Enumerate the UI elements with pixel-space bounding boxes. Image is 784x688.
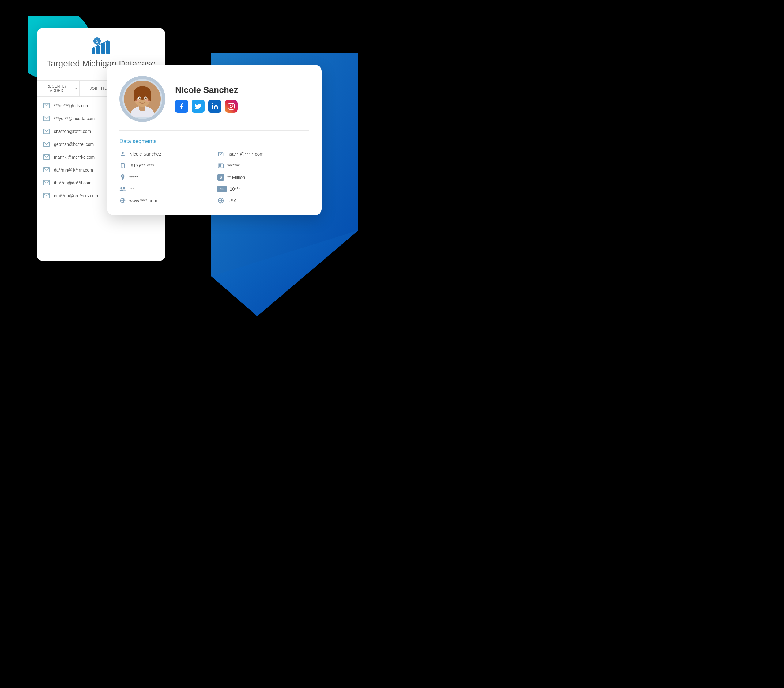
profile-name: Nicole Sanchez [175, 85, 309, 95]
instagram-icon[interactable] [225, 100, 238, 113]
avatar-photo [124, 81, 161, 117]
email-icon [43, 193, 50, 198]
avatar-inner [122, 79, 162, 119]
data-segments-grid: Nicole Sanchez nsa***@*****.com (917)***… [119, 151, 309, 204]
globe-icon [119, 197, 126, 204]
filter-tab-recently-added[interactable]: RECENTLY ADDED ▾ [37, 81, 80, 96]
svg-text:$: $ [96, 39, 98, 43]
email-icon [217, 151, 224, 157]
data-item-revenue: $ ** Million [217, 174, 309, 181]
svg-rect-5 [101, 43, 105, 54]
svg-rect-3 [92, 48, 95, 54]
avatar-container [119, 76, 165, 122]
id-icon [217, 162, 224, 169]
svg-rect-4 [97, 46, 100, 54]
data-item-zip: ZIP 10*** [217, 186, 309, 192]
data-item-phone: (917)***-**** [119, 162, 211, 169]
profile-header: Nicole Sanchez [119, 76, 309, 131]
person-icon [119, 151, 126, 157]
email-icon [43, 103, 50, 109]
svg-point-28 [145, 99, 150, 102]
data-item-id: ******* [217, 162, 309, 169]
profile-info: Nicole Sanchez [175, 85, 309, 113]
data-item-country: USA [217, 197, 309, 204]
analytics-logo-icon: $ [91, 37, 112, 55]
svg-point-40 [123, 187, 125, 189]
group-icon [119, 186, 126, 192]
profile-card: Nicole Sanchez [107, 65, 321, 215]
email-icon [43, 142, 50, 147]
data-segments-title: Data segments [119, 138, 309, 145]
data-item-location: ***** [119, 174, 211, 181]
phone-icon [119, 162, 126, 169]
zip-icon: ZIP [217, 186, 227, 192]
data-item-website: www.****.com [119, 197, 211, 204]
email-icon [43, 129, 50, 134]
email-icon [43, 154, 50, 160]
linkedin-icon[interactable] [208, 100, 221, 113]
svg-rect-31 [228, 103, 234, 109]
twitter-icon[interactable] [192, 100, 204, 113]
facebook-icon[interactable] [175, 100, 188, 113]
svg-point-38 [219, 164, 221, 166]
svg-point-25 [139, 97, 140, 99]
svg-point-39 [120, 187, 122, 189]
dollar-icon: $ [217, 174, 224, 181]
svg-point-30 [212, 103, 213, 104]
email-icon [43, 116, 50, 121]
main-scene: $ Targeted Michigan Database RECENTLY AD… [28, 16, 364, 328]
location-icon [119, 174, 126, 181]
svg-point-22 [135, 89, 150, 95]
logo-container: $ [91, 37, 112, 55]
svg-rect-29 [212, 106, 213, 109]
svg-rect-6 [106, 41, 110, 54]
svg-point-26 [145, 97, 147, 99]
chevron-icon: ▾ [75, 87, 77, 90]
social-icons-bar [175, 100, 309, 113]
data-item-email: nsa***@*****.com [217, 151, 309, 157]
data-item-name: Nicole Sanchez [119, 151, 211, 157]
email-icon [43, 167, 50, 173]
data-item-employees: *** [119, 186, 211, 192]
svg-point-33 [122, 152, 124, 154]
svg-point-27 [135, 99, 139, 102]
email-icon [43, 180, 50, 186]
world-icon [217, 197, 224, 204]
